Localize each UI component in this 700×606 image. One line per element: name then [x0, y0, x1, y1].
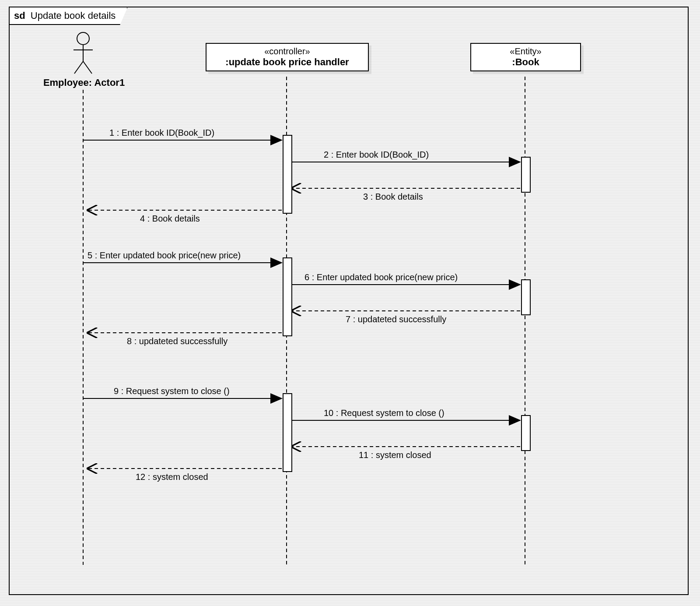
activation-controller-1 [283, 135, 292, 214]
activation-controller-3 [283, 393, 292, 472]
svg-point-0 [77, 32, 89, 45]
msg-12-label: 12 : system closed [136, 472, 208, 482]
msg-2-label: 2 : Enter book ID(Book_ID) [324, 150, 429, 160]
lifeline-controller-head: «controller» :update book price handler [206, 43, 369, 71]
msg-6-label: 6 : Enter updated book price(new price) [304, 272, 458, 282]
msg-9-label: 9 : Request system to close () [114, 386, 230, 396]
msg-8-label: 8 : updateted successfully [127, 336, 228, 346]
msg-4-label: 4 : Book details [140, 214, 200, 224]
msg-3-label: 3 : Book details [363, 192, 423, 202]
controller-stereotype: «controller» [212, 46, 363, 56]
actor-icon [74, 32, 93, 74]
entity-stereotype: «Entity» [476, 46, 575, 56]
activation-entity-2 [521, 279, 531, 315]
msg-10-label: 10 : Request system to close () [324, 408, 444, 418]
msg-7-label: 7 : updateted successfully [346, 314, 446, 324]
activation-entity-3 [521, 415, 531, 451]
svg-line-3 [74, 61, 83, 74]
svg-line-4 [83, 61, 92, 74]
lifeline-entity-head: «Entity» :Book [470, 43, 581, 71]
msg-1-label: 1 : Enter book ID(Book_ID) [109, 128, 214, 138]
controller-name: :update book price handler [212, 56, 363, 68]
activation-controller-2 [283, 257, 292, 336]
activation-entity-1 [521, 157, 531, 193]
msg-11-label: 11 : system closed [359, 450, 431, 460]
entity-name: :Book [476, 56, 575, 68]
actor-label: Employee: Actor1 [27, 77, 141, 88]
msg-5-label: 5 : Enter updated book price(new price) [88, 250, 241, 261]
diagram-canvas [0, 0, 700, 606]
